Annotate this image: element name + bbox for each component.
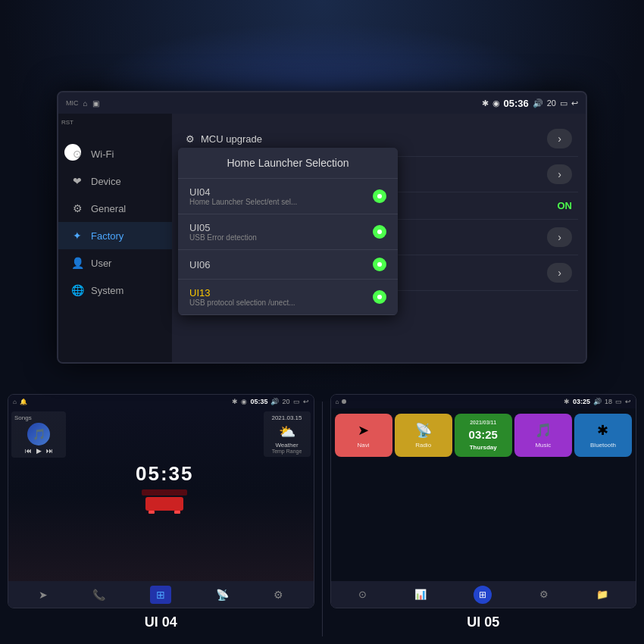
ui05-settings-circle-icon[interactable]: ⊙ <box>358 589 367 600</box>
ui05-back[interactable]: ↩ <box>625 398 631 405</box>
nav-settings-icon[interactable]: ⚙ <box>274 589 283 601</box>
launcher-item-ui13[interactable]: UI13 USB protocol selection /unect... <box>178 280 398 315</box>
launcher-item-ui06[interactable]: UI06 <box>178 250 398 280</box>
app-tile-navi[interactable]: ➤ Navi <box>335 414 392 457</box>
ui04-radio[interactable] <box>373 189 386 203</box>
ui05-folder-icon[interactable]: 📁 <box>596 589 608 600</box>
sidebar-label-system: System <box>91 285 123 296</box>
usb-proto-chevron[interactable]: › <box>547 227 572 247</box>
app-tile-radio[interactable]: 📡 Radio <box>395 414 452 457</box>
sidebar-label-device: Device <box>91 176 121 187</box>
ui04-section: ⌂ 🔔 ✱ ◉ 05:35 🔊 20 ▭ ↩ Songs <box>0 394 322 644</box>
music-label: Music <box>535 442 551 449</box>
radio-label: Radio <box>415 442 431 449</box>
app-grid: ➤ Navi 📡 Radio 2021/03/11 03:25 Thursday… <box>335 414 633 457</box>
ui04-wifi-icon: ◉ <box>241 398 247 405</box>
ui05-apps-icon[interactable]: ⊞ <box>474 586 492 604</box>
sidebar-label-user: User <box>91 258 111 269</box>
next-icon[interactable]: ⏭ <box>46 447 53 455</box>
sidebar-item-factory[interactable]: ✦ Factory <box>58 222 172 249</box>
sidebar-item-user[interactable]: 👤 User <box>58 249 172 277</box>
back-icon[interactable]: ↩ <box>571 98 578 108</box>
launcher-item-ui04[interactable]: UI04 Home Launcher Select/ent sel... <box>178 179 398 214</box>
ui05-battery: ▭ <box>615 398 622 405</box>
volume-icon: 🔊 <box>533 98 543 108</box>
ui04-back[interactable]: ↩ <box>303 398 309 405</box>
ui04-status-bar: ⌂ 🔔 ✱ ◉ 05:35 🔊 20 ▭ ↩ <box>8 395 314 408</box>
ui05-gear-icon[interactable]: ⚙ <box>539 589 549 600</box>
ui05-screen: ⌂ ✱ 03:25 🔊 18 ▭ ↩ ➤ Nav <box>330 394 637 608</box>
car-3d-display <box>134 489 195 527</box>
music-cover: 🎵 <box>27 423 50 445</box>
ui05-bt-icon: ✱ <box>564 398 570 405</box>
app-tile-time[interactable]: 2021/03/11 03:25 Thursday <box>455 414 512 457</box>
ui05-time: 03:25 <box>573 398 590 405</box>
date-widget: 2021.03.15 ⛅ Weather Temp Range <box>264 411 311 457</box>
user-icon: 👤 <box>70 257 85 269</box>
app-tile-bluetooth[interactable]: ✱ Bluetooth <box>574 414 632 457</box>
ui04-label: UI04 <box>189 186 297 198</box>
ui04-screen: ⌂ 🔔 ✱ ◉ 05:35 🔊 20 ▭ ↩ Songs <box>8 394 314 608</box>
usb-error-toggle[interactable]: ON <box>558 200 573 211</box>
ui05-radio[interactable] <box>373 225 386 239</box>
mcu-chevron[interactable]: › <box>547 129 572 148</box>
battery-icon: ▭ <box>560 98 567 108</box>
play-icon[interactable]: ▶ <box>36 447 42 455</box>
ui05-status-bar: ⌂ ✱ 03:25 🔊 18 ▭ ↩ <box>331 395 636 408</box>
app-tile-music[interactable]: 🎵 Music <box>514 414 572 457</box>
ui05-content: ➤ Navi 📡 Radio 2021/03/11 03:25 Thursday… <box>331 408 636 581</box>
export-chevron[interactable]: › <box>547 263 572 283</box>
row2-chevron[interactable]: › <box>547 164 572 184</box>
ui04-vol-level: 20 <box>282 398 289 405</box>
main-screen: MIC ⌂ ▣ ✱ ◉ 05:36 🔊 20 ▭ ↩ RST ⊙ Wi-Fi ❤… <box>57 91 587 364</box>
prev-icon[interactable]: ⏮ <box>25 447 32 455</box>
ui04-battery: ▭ <box>293 398 300 405</box>
radio-icon: 📡 <box>415 422 432 439</box>
nav-apps-icon[interactable]: ⊞ <box>150 586 171 604</box>
ui04-big-time: 05:35 <box>136 462 194 486</box>
ui04-label: UI 04 <box>145 608 177 636</box>
wrench-icon: ✦ <box>70 230 85 242</box>
ui05-vol-icon: 🔊 <box>593 398 602 405</box>
sidebar-item-system[interactable]: 🌐 System <box>58 277 172 304</box>
bluetooth-icon: ✱ <box>482 98 489 108</box>
nav-navigation-icon[interactable]: ➤ <box>39 589 48 601</box>
sidebar-label-wifi: Wi-Fi <box>91 148 114 160</box>
mcu-label: MCU upgrade <box>201 133 262 145</box>
date-display: 2021/03/11 <box>470 420 496 425</box>
time-display: 03:25 <box>469 428 498 441</box>
sidebar-item-device[interactable]: ❤ Device <box>58 167 172 195</box>
ui05-chart-icon[interactable]: 📊 <box>414 589 427 600</box>
nav-signal-icon[interactable]: 📡 <box>216 589 229 601</box>
ui05-notification-dot <box>342 399 346 404</box>
launcher-item-ui05[interactable]: UI05 USB Error detection <box>178 214 398 250</box>
temp-range-label: Temp Range <box>267 449 308 454</box>
ui05-vol-level: 18 <box>605 398 612 405</box>
ui13-radio[interactable] <box>373 290 386 304</box>
music-controls: ⏮ ▶ ⏭ <box>14 447 63 455</box>
ui04-content: Songs 🎵 ⏮ ▶ ⏭ 05:35 <box>8 408 314 581</box>
date-value: 2021.03.15 <box>267 414 308 421</box>
ui04-home-icon: ⌂ <box>13 399 17 405</box>
sidebar-label-factory: Factory <box>91 230 123 242</box>
ui05-home-icon: ⌂ <box>336 399 339 405</box>
bluetooth-icon: ✱ <box>597 422 608 439</box>
sidebar-item-general[interactable]: ⚙ General <box>58 195 172 222</box>
sidebar-item-wifi[interactable]: ⊙ Wi-Fi <box>58 140 172 167</box>
status-left: MIC ⌂ ▣ <box>66 99 99 108</box>
main-content: ⚙ MCU upgrade › › USB Error detection ON… <box>172 114 586 362</box>
status-right: ✱ ◉ 05:36 🔊 20 ▭ ↩ <box>482 98 579 109</box>
nav-phone-icon[interactable]: 📞 <box>92 589 105 601</box>
ui04-bt-icon: ✱ <box>232 398 238 405</box>
ui04-sub: Home Launcher Select/ent sel... <box>189 198 297 206</box>
sidebar: RST ⊙ Wi-Fi ❤ Device ⚙ General ✦ Factory… <box>58 114 172 364</box>
ui06-radio[interactable] <box>373 258 386 271</box>
gear-icon: ⚙ <box>70 202 85 214</box>
ui04-time: 05:35 <box>250 398 267 405</box>
launcher-popup-title: Home Launcher Selection <box>178 148 398 179</box>
ui13-sub: USB protocol selection /unect... <box>189 299 295 307</box>
ui05-sub: USB Error detection <box>189 233 257 242</box>
songs-label: Songs <box>14 414 63 421</box>
ui05-label: UI 05 <box>467 608 499 636</box>
ui04-vol-icon: 🔊 <box>270 398 279 405</box>
